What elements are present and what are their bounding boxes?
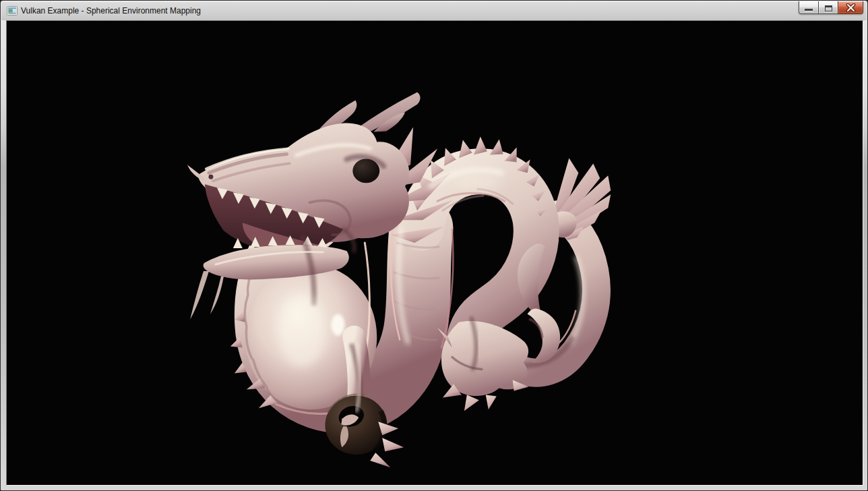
dragon-eye [352, 158, 379, 183]
title-bar[interactable]: Vulkan Example - Spherical Environment M… [1, 1, 867, 20]
close-x-icon [846, 3, 856, 12]
window-title: Vulkan Example - Spherical Environment M… [21, 6, 201, 16]
maximize-button[interactable] [818, 1, 838, 14]
app-window: Vulkan Example - Spherical Environment M… [0, 0, 868, 491]
minimize-button[interactable] [799, 1, 819, 14]
render-viewport[interactable] [6, 20, 863, 486]
app-icon [7, 5, 18, 16]
dragon-render [7, 21, 863, 485]
caption-button-group [799, 1, 863, 14]
maximize-square-icon [825, 5, 832, 11]
close-button[interactable] [838, 1, 863, 14]
minimize-dash-icon [805, 9, 813, 11]
